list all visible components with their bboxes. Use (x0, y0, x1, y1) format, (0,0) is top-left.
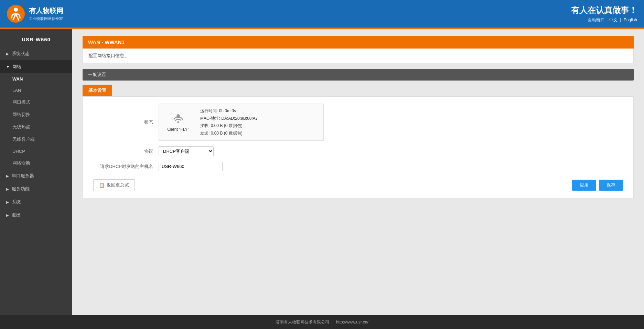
header-slogan: 有人在认真做事！ (571, 5, 637, 16)
sidebar-item-label: WAN (12, 76, 23, 82)
sidebar-item-label: 串口服务器 (12, 173, 34, 179)
sidebar-item-label: 网口模式 (12, 99, 30, 105)
protocol-field-label: 协议 (93, 148, 159, 155)
wan-banner: WAN - WWAN1 (83, 36, 634, 49)
sidebar-item-wifi-hotspot[interactable]: 无线热点 (0, 121, 72, 133)
tx-row: 发送: 0.00 B (0 数据包) (200, 130, 258, 137)
lang-en-link[interactable]: English (624, 18, 637, 22)
sidebar-item-label: DHCP (12, 149, 25, 154)
sidebar-item-label: 系统状态 (12, 51, 30, 57)
sidebar-item-label: 网络 (12, 64, 21, 70)
rx-value: 0.00 B (0 数据包) (211, 123, 243, 128)
back-icon: 📋 (99, 183, 105, 188)
status-box: Client "FLY" 运行时间: 0h 0m 0s MAC-地址: DA:A… (159, 104, 324, 141)
sidebar-item-label: 无线热点 (12, 124, 30, 130)
arrow-icon: ▶ (6, 187, 9, 191)
tab-basic[interactable]: 基本设置 (83, 85, 112, 96)
sidebar-item-label: 网络切换 (12, 112, 30, 118)
header-controls: 自动断开 中文 | English (571, 17, 637, 23)
sidebar-item-label: 网络诊断 (12, 160, 30, 166)
sidebar-item-wifi-client[interactable]: 无线客户端 (0, 133, 72, 146)
sidebar-item-service-func[interactable]: ▶ 服务功能 (0, 182, 72, 195)
content-area: WAN - WWAN1 配置网络接口信息。 一般设置 基本设置 状态 (72, 29, 644, 315)
sidebar: USR-W660 ▶ 系统状态 ▼ 网络 WAN LAN 网口模式 网络切换 无… (0, 29, 72, 315)
header: 有人物联网 工业物联网通信专家 有人在认真做事！ 自动断开 中文 | Engli… (0, 0, 644, 28)
svg-point-5 (178, 121, 179, 123)
sidebar-item-network-switch[interactable]: 网络切换 (0, 108, 72, 121)
bottom-actions: 📋 返回至总览 应用 保存 (93, 179, 623, 191)
arrow-icon: ▼ (6, 65, 10, 69)
save-button[interactable]: 保存 (599, 180, 623, 191)
sidebar-item-label: 系统 (12, 199, 21, 205)
main-layout: USR-W660 ▶ 系统状态 ▼ 网络 WAN LAN 网口模式 网络切换 无… (0, 29, 644, 315)
sidebar-item-label: 无线客户端 (12, 136, 35, 142)
sidebar-item-label: 退出 (12, 212, 21, 218)
sidebar-item-logout[interactable]: ▶ 退出 (0, 209, 72, 222)
back-button-label: 返回至总览 (107, 182, 129, 188)
tab-bar: 基本设置 (83, 85, 634, 97)
action-buttons: 应用 保存 (569, 180, 623, 191)
footer-company: 济南有人物联网技术有限公司 (276, 320, 329, 325)
lang-zh-link[interactable]: 中文 (609, 18, 618, 22)
apply-button[interactable]: 应用 (572, 180, 596, 191)
uptime-row: 运行时间: 0h 0m 0s (200, 107, 258, 115)
header-left: 有人物联网 工业物联网通信专家 (7, 5, 63, 23)
brand-sub: 工业物联网通信专家 (29, 16, 63, 21)
logo-icon (7, 5, 25, 23)
wan-desc-box: 配置网络接口信息。 (83, 49, 634, 63)
protocol-select[interactable]: DHCP客户端 静态地址 PPPoE 无 (159, 146, 214, 156)
mac-value: DA:AD:20:9B:60:A7 (221, 116, 258, 121)
uptime-label: 运行时间: (200, 108, 218, 113)
back-to-overview-button[interactable]: 📋 返回至总览 (93, 179, 135, 191)
form-card: 状态 Client "FLY" 运行时间 (83, 97, 634, 198)
mac-label: MAC-地址: (200, 116, 220, 121)
status-row: 状态 Client "FLY" 运行时间 (93, 104, 623, 141)
sidebar-item-network-diag[interactable]: 网络诊断 (0, 157, 72, 169)
tx-value: 0.00 B (0 数据包) (211, 131, 243, 136)
client-label: Client "FLY" (167, 127, 189, 132)
sidebar-item-dhcp[interactable]: DHCP (0, 146, 72, 157)
network-client-icon (172, 113, 184, 125)
rx-label: 接收: (200, 123, 210, 128)
auto-disconnect-label: 自动断开 (588, 18, 604, 22)
uptime-value: 0h 0m 0s (219, 108, 236, 113)
mac-row: MAC-地址: DA:AD:20:9B:60:A7 (200, 115, 258, 123)
sidebar-item-serial-server[interactable]: ▶ 串口服务器 (0, 169, 72, 182)
sidebar-item-system-status[interactable]: ▶ 系统状态 (0, 47, 72, 60)
sidebar-item-label: LAN (12, 88, 21, 93)
lang-separator: | (620, 18, 621, 22)
arrow-icon: ▶ (6, 52, 9, 56)
protocol-row: 协议 DHCP客户端 静态地址 PPPoE 无 (93, 146, 623, 156)
device-title: USR-W660 (0, 32, 72, 47)
arrow-icon: ▶ (6, 174, 9, 178)
sidebar-item-port-mode[interactable]: 网口模式 (0, 96, 72, 108)
header-right: 有人在认真做事！ 自动断开 中文 | English (571, 5, 637, 23)
hostname-field-label: 请求DHCP时发送的主机名 (93, 163, 159, 170)
brand-text: 有人物联网 工业物联网通信专家 (29, 6, 63, 21)
rx-row: 接收: 0.00 B (0 数据包) (200, 122, 258, 130)
sidebar-item-system[interactable]: ▶ 系统 (0, 195, 72, 209)
tx-label: 发送: (200, 131, 210, 136)
sidebar-item-label: 服务功能 (12, 186, 30, 192)
arrow-icon: ▶ (6, 200, 9, 204)
status-icon-area: Client "FLY" (164, 113, 192, 132)
sidebar-item-wan[interactable]: WAN (0, 73, 72, 85)
sidebar-item-network[interactable]: ▼ 网络 (0, 60, 72, 73)
svg-point-1 (14, 8, 18, 12)
status-info: 运行时间: 0h 0m 0s MAC-地址: DA:AD:20:9B:60:A7… (200, 107, 258, 137)
arrow-icon: ▶ (6, 213, 9, 217)
section-general-header: 一般设置 (83, 69, 634, 81)
brand-name: 有人物联网 (29, 6, 63, 15)
status-field-label: 状态 (93, 119, 159, 125)
wan-description: 配置网络接口信息。 (88, 53, 129, 58)
hostname-input[interactable] (159, 162, 223, 171)
footer: 济南有人物联网技术有限公司 http://www.usr.cn/ (0, 315, 644, 329)
hostname-row: 请求DHCP时发送的主机名 (93, 162, 623, 171)
footer-website-link[interactable]: http://www.usr.cn/ (336, 320, 368, 325)
sidebar-item-lan[interactable]: LAN (0, 85, 72, 96)
